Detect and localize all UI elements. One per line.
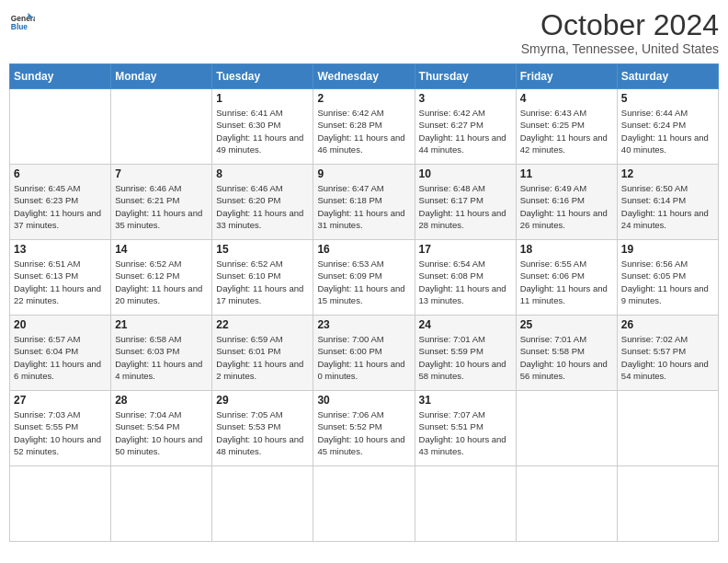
table-row: 2 Sunrise: 6:42 AM Sunset: 6:28 PM Dayli… [313, 89, 415, 165]
svg-text:Blue: Blue [11, 22, 28, 31]
day-number: 21 [115, 318, 208, 331]
table-row: 26 Sunrise: 7:02 AM Sunset: 5:57 PM Dayl… [617, 316, 718, 391]
table-row: 22 Sunrise: 6:59 AM Sunset: 6:01 PM Dayl… [212, 316, 313, 391]
day-info: Sunrise: 6:52 AM Sunset: 6:10 PM Dayligh… [216, 258, 309, 306]
day-info: Sunrise: 7:06 AM Sunset: 5:52 PM Dayligh… [317, 408, 410, 457]
day-number: 29 [216, 394, 309, 407]
table-row [10, 89, 111, 165]
logo: General Blue [9, 9, 35, 35]
day-number: 24 [419, 318, 512, 331]
day-info: Sunrise: 6:48 AM Sunset: 6:17 PM Dayligh… [419, 182, 512, 231]
day-number: 16 [317, 243, 410, 256]
day-number: 1 [216, 92, 309, 105]
calendar-row-2: 13 Sunrise: 6:51 AM Sunset: 6:13 PM Dayl… [10, 240, 719, 316]
table-row [212, 466, 313, 542]
day-number: 3 [419, 92, 512, 105]
day-number: 10 [419, 167, 512, 180]
calendar-row-1: 6 Sunrise: 6:45 AM Sunset: 6:23 PM Dayli… [10, 165, 719, 240]
table-row: 18 Sunrise: 6:55 AM Sunset: 6:06 PM Dayl… [516, 240, 617, 316]
title-block: October 2024 Smyrna, Tennessee, United S… [521, 9, 719, 56]
table-row [10, 466, 111, 542]
day-number: 31 [419, 394, 512, 407]
day-number: 14 [115, 243, 208, 256]
table-row: 27 Sunrise: 7:03 AM Sunset: 5:55 PM Dayl… [10, 391, 111, 466]
day-info: Sunrise: 6:46 AM Sunset: 6:21 PM Dayligh… [115, 182, 208, 231]
header-saturday: Saturday [617, 64, 718, 89]
calendar-row-5 [10, 466, 719, 542]
day-number: 5 [621, 92, 714, 105]
table-row: 17 Sunrise: 6:54 AM Sunset: 6:08 PM Dayl… [415, 240, 516, 316]
table-row: 5 Sunrise: 6:44 AM Sunset: 6:24 PM Dayli… [617, 89, 718, 165]
table-row [111, 466, 212, 542]
day-number: 4 [520, 92, 613, 105]
day-number: 19 [621, 243, 714, 256]
day-number: 13 [14, 243, 107, 256]
table-row: 16 Sunrise: 6:53 AM Sunset: 6:09 PM Dayl… [313, 240, 415, 316]
table-row: 15 Sunrise: 6:52 AM Sunset: 6:10 PM Dayl… [212, 240, 313, 316]
day-info: Sunrise: 6:53 AM Sunset: 6:09 PM Dayligh… [317, 258, 410, 306]
day-number: 23 [317, 318, 410, 331]
table-row: 7 Sunrise: 6:46 AM Sunset: 6:21 PM Dayli… [111, 165, 212, 240]
day-number: 8 [216, 167, 309, 180]
table-row: 30 Sunrise: 7:06 AM Sunset: 5:52 PM Dayl… [313, 391, 415, 466]
day-info: Sunrise: 6:58 AM Sunset: 6:03 PM Dayligh… [115, 333, 208, 382]
day-info: Sunrise: 6:55 AM Sunset: 6:06 PM Dayligh… [520, 258, 613, 306]
day-number: 7 [115, 167, 208, 180]
table-row: 10 Sunrise: 6:48 AM Sunset: 6:17 PM Dayl… [415, 165, 516, 240]
day-info: Sunrise: 6:52 AM Sunset: 6:12 PM Dayligh… [115, 258, 208, 306]
day-info: Sunrise: 6:59 AM Sunset: 6:01 PM Dayligh… [216, 333, 309, 382]
table-row: 6 Sunrise: 6:45 AM Sunset: 6:23 PM Dayli… [10, 165, 111, 240]
day-info: Sunrise: 6:54 AM Sunset: 6:08 PM Dayligh… [419, 258, 512, 306]
day-number: 15 [216, 243, 309, 256]
day-info: Sunrise: 7:03 AM Sunset: 5:55 PM Dayligh… [14, 408, 107, 457]
day-info: Sunrise: 6:46 AM Sunset: 6:20 PM Dayligh… [216, 182, 309, 231]
day-info: Sunrise: 6:42 AM Sunset: 6:28 PM Dayligh… [317, 107, 410, 155]
day-number: 26 [621, 318, 714, 331]
weekday-header-row: Sunday Monday Tuesday Wednesday Thursday… [10, 64, 719, 89]
calendar-row-4: 27 Sunrise: 7:03 AM Sunset: 5:55 PM Dayl… [10, 391, 719, 466]
day-info: Sunrise: 6:42 AM Sunset: 6:27 PM Dayligh… [419, 107, 512, 155]
day-info: Sunrise: 6:43 AM Sunset: 6:25 PM Dayligh… [520, 107, 613, 155]
month-title: October 2024 [521, 9, 719, 41]
header-thursday: Thursday [415, 64, 516, 89]
day-number: 27 [14, 394, 107, 407]
table-row: 1 Sunrise: 6:41 AM Sunset: 6:30 PM Dayli… [212, 89, 313, 165]
header-friday: Friday [516, 64, 617, 89]
day-info: Sunrise: 6:47 AM Sunset: 6:18 PM Dayligh… [317, 182, 410, 231]
table-row: 14 Sunrise: 6:52 AM Sunset: 6:12 PM Dayl… [111, 240, 212, 316]
table-row: 3 Sunrise: 6:42 AM Sunset: 6:27 PM Dayli… [415, 89, 516, 165]
calendar-row-3: 20 Sunrise: 6:57 AM Sunset: 6:04 PM Dayl… [10, 316, 719, 391]
table-row: 21 Sunrise: 6:58 AM Sunset: 6:03 PM Dayl… [111, 316, 212, 391]
table-row: 13 Sunrise: 6:51 AM Sunset: 6:13 PM Dayl… [10, 240, 111, 316]
page-header: General Blue October 2024 Smyrna, Tennes… [9, 9, 719, 56]
table-row [313, 466, 415, 542]
day-info: Sunrise: 7:07 AM Sunset: 5:51 PM Dayligh… [419, 408, 512, 457]
day-number: 25 [520, 318, 613, 331]
table-row: 20 Sunrise: 6:57 AM Sunset: 6:04 PM Dayl… [10, 316, 111, 391]
day-number: 12 [621, 167, 714, 180]
day-number: 11 [520, 167, 613, 180]
day-number: 20 [14, 318, 107, 331]
calendar-table: Sunday Monday Tuesday Wednesday Thursday… [9, 63, 719, 542]
day-info: Sunrise: 7:01 AM Sunset: 5:59 PM Dayligh… [419, 333, 512, 382]
table-row: 4 Sunrise: 6:43 AM Sunset: 6:25 PM Dayli… [516, 89, 617, 165]
day-number: 22 [216, 318, 309, 331]
day-info: Sunrise: 6:45 AM Sunset: 6:23 PM Dayligh… [14, 182, 107, 231]
day-info: Sunrise: 7:04 AM Sunset: 5:54 PM Dayligh… [115, 408, 208, 457]
day-info: Sunrise: 7:02 AM Sunset: 5:57 PM Dayligh… [621, 333, 714, 382]
table-row: 12 Sunrise: 6:50 AM Sunset: 6:14 PM Dayl… [617, 165, 718, 240]
table-row: 29 Sunrise: 7:05 AM Sunset: 5:53 PM Dayl… [212, 391, 313, 466]
day-info: Sunrise: 6:50 AM Sunset: 6:14 PM Dayligh… [621, 182, 714, 231]
table-row [516, 466, 617, 542]
location: Smyrna, Tennessee, United States [521, 41, 719, 56]
day-info: Sunrise: 6:57 AM Sunset: 6:04 PM Dayligh… [14, 333, 107, 382]
table-row: 28 Sunrise: 7:04 AM Sunset: 5:54 PM Dayl… [111, 391, 212, 466]
day-info: Sunrise: 6:41 AM Sunset: 6:30 PM Dayligh… [216, 107, 309, 155]
table-row [617, 466, 718, 542]
day-info: Sunrise: 7:01 AM Sunset: 5:58 PM Dayligh… [520, 333, 613, 382]
table-row: 25 Sunrise: 7:01 AM Sunset: 5:58 PM Dayl… [516, 316, 617, 391]
day-info: Sunrise: 6:49 AM Sunset: 6:16 PM Dayligh… [520, 182, 613, 231]
table-row: 24 Sunrise: 7:01 AM Sunset: 5:59 PM Dayl… [415, 316, 516, 391]
header-wednesday: Wednesday [313, 64, 415, 89]
day-info: Sunrise: 7:05 AM Sunset: 5:53 PM Dayligh… [216, 408, 309, 457]
